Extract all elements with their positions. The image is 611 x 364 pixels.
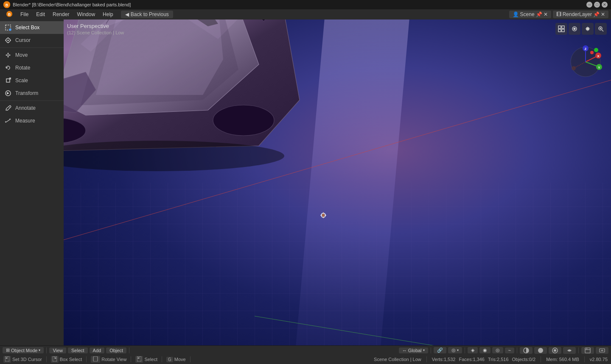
viewport-shading-3[interactable]: [549, 347, 561, 354]
svg-line-49: [602, 30, 604, 32]
box-select-hint: Box Select: [51, 356, 82, 363]
svg-text:Z: Z: [585, 47, 587, 51]
menu-bar: B File Edit Render Window Help ◀ Back to…: [0, 9, 611, 19]
object-mode-icon: ⊞: [6, 347, 10, 353]
editor-type-icon[interactable]: [581, 347, 594, 354]
footer-sep-2: [129, 347, 129, 353]
transform-orientation[interactable]: ↔ Global ▾: [399, 347, 428, 353]
xray-toggle[interactable]: ~: [505, 347, 514, 353]
svg-rect-82: [93, 356, 98, 361]
tool-annotate[interactable]: Annotate: [0, 102, 64, 114]
dropdown-chevron: ▾: [39, 348, 40, 352]
menu-render[interactable]: Render: [49, 11, 73, 18]
scale-icon: [4, 77, 12, 84]
rotate-icon: [4, 64, 12, 72]
memory-usage: Mem: 560.4 MB: [546, 357, 579, 362]
cursor-icon: [4, 36, 12, 44]
select-menu[interactable]: Select: [68, 347, 88, 353]
svg-text:B: B: [8, 12, 11, 17]
pan-view-button[interactable]: [582, 23, 594, 35]
svg-point-67: [538, 348, 543, 353]
blender-logo: B: [3, 1, 10, 8]
svg-point-69: [554, 349, 556, 352]
svg-point-30: [213, 105, 274, 136]
camera-view-button[interactable]: [569, 23, 580, 35]
viewport-info: User Perspective (12) Scene Collection |…: [67, 23, 124, 35]
window-title: Blender* [B:\Blender\Blend\challanger ba…: [13, 2, 131, 7]
overlay-toggle[interactable]: ◎: [492, 347, 503, 353]
select-box-icon: [4, 24, 12, 31]
svg-point-81: [55, 358, 56, 359]
menu-help[interactable]: Help: [99, 11, 117, 18]
svg-line-14: [8, 106, 10, 108]
footer-toolbar: ⊞ Object Mode ▾ View Select Add Object ↔…: [0, 345, 611, 355]
select-hint: Select: [135, 356, 157, 363]
status-bar: Set 3D Cursor Box Select Rotate View Sel…: [0, 355, 611, 364]
svg-point-11: [8, 40, 9, 41]
menu-edit[interactable]: Edit: [33, 11, 48, 18]
tool-select-box[interactable]: Select Box: [0, 21, 64, 34]
toolbar-divider-2: [0, 100, 64, 101]
close-button[interactable]: ✕: [602, 2, 608, 8]
3d-cursor: [320, 212, 326, 218]
svg-text:B: B: [6, 3, 8, 7]
svg-rect-45: [562, 29, 564, 32]
tool-measure[interactable]: Measure: [0, 114, 64, 127]
menu-file[interactable]: File: [17, 11, 32, 18]
svg-point-78: [6, 358, 7, 359]
viewport-shading-2[interactable]: [534, 347, 547, 354]
viewport-nav-icons: [555, 23, 607, 35]
shading-solid[interactable]: ◈: [468, 347, 478, 353]
maximize-button[interactable]: □: [594, 2, 600, 8]
object-mode-dropdown[interactable]: ⊞ Object Mode ▾: [3, 347, 44, 353]
left-toolbar: Select Box Cursor Move: [0, 19, 64, 345]
transform-icon: ↔: [402, 348, 407, 353]
svg-line-15: [6, 119, 11, 122]
back-to-previous-button[interactable]: ◀ Back to Previous: [121, 11, 173, 18]
view-menu[interactable]: View: [49, 347, 66, 353]
proportional-edit[interactable]: ◎ ▾: [448, 347, 462, 353]
svg-point-47: [574, 28, 575, 30]
menu-window[interactable]: Window: [73, 11, 98, 18]
tool-rotate[interactable]: Rotate: [0, 61, 64, 74]
measure-icon: [4, 117, 12, 125]
svg-point-64: [590, 51, 594, 54]
scene-selector[interactable]: 👤 Scene 📌 ✕: [509, 11, 551, 18]
svg-text:X: X: [597, 54, 600, 58]
zoom-view-button[interactable]: [595, 23, 607, 35]
grid-view-button[interactable]: [555, 23, 567, 35]
tris-count: Tris:2,516: [488, 357, 509, 362]
left-click-icon: [3, 356, 11, 363]
svg-point-35: [322, 214, 324, 216]
tool-scale[interactable]: Scale: [0, 74, 64, 87]
tool-cursor[interactable]: Cursor: [0, 34, 64, 47]
svg-point-5: [9, 29, 11, 31]
transform-icon: [4, 89, 12, 97]
collection-label: (12) Scene Collection | Low: [67, 30, 124, 35]
svg-point-57: [572, 66, 576, 70]
move-hint: G Move: [166, 357, 186, 362]
add-menu[interactable]: Add: [90, 347, 105, 353]
tool-move[interactable]: Move: [0, 49, 64, 61]
tool-transform[interactable]: Transform: [0, 87, 64, 100]
render-layer-close-icon: ✕: [601, 11, 605, 17]
viewport-shading-4[interactable]: [563, 347, 576, 354]
orientation-gizmo[interactable]: X Y Z: [569, 45, 603, 79]
car-model: [64, 19, 312, 176]
minimize-button[interactable]: ─: [586, 2, 592, 8]
title-bar: B Blender* [B:\Blender\Blend\challanger …: [0, 0, 611, 9]
context-menu-icon[interactable]: [596, 347, 608, 354]
render-layer-selector[interactable]: 🎞 RenderLayer 📌 ✕: [553, 11, 608, 18]
viewport[interactable]: User Perspective (12) Scene Collection |…: [64, 19, 611, 345]
svg-rect-70: [585, 348, 590, 353]
svg-point-85: [138, 358, 139, 359]
collection-info: Scene Collection | Low: [374, 357, 421, 362]
object-menu[interactable]: Object: [106, 347, 126, 353]
menu-blender[interactable]: B: [3, 10, 16, 19]
version-info: v2.80.75: [590, 357, 608, 362]
toolbar-divider-1: [0, 47, 64, 48]
shading-rendered[interactable]: ◉: [479, 347, 490, 353]
snap-toggle[interactable]: 🔗: [434, 347, 446, 353]
viewport-shading-1[interactable]: [520, 347, 533, 354]
annotate-icon: [4, 104, 12, 112]
